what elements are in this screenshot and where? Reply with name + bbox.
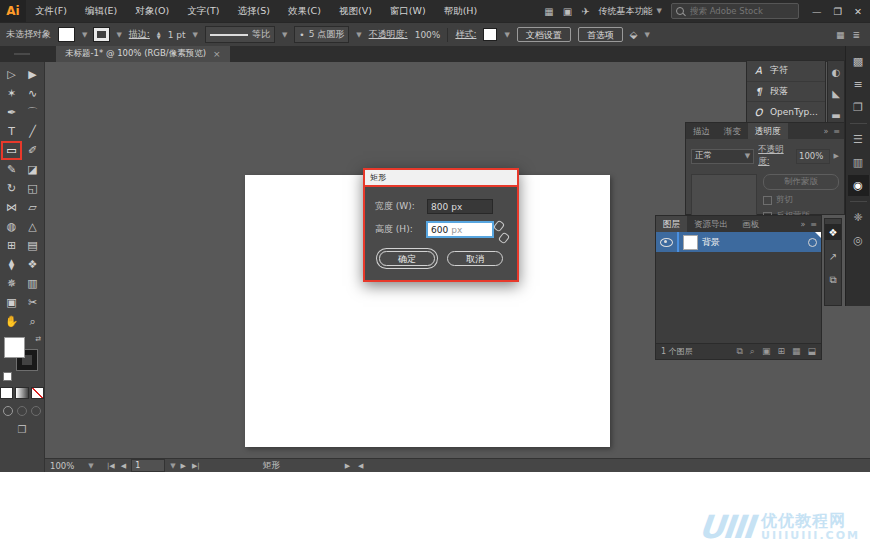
panel-menu-icon[interactable]: ≡ (810, 220, 817, 229)
hand-tool[interactable]: ✋ (1, 312, 22, 331)
document-tab[interactable]: 未标题-1* @ 100% (RGB/像素预览) × (56, 46, 230, 62)
dock-divider-2[interactable] (850, 201, 867, 202)
color-button[interactable] (0, 387, 13, 399)
scroll-right-icon[interactable]: ▶ (345, 462, 350, 470)
search-input[interactable] (688, 5, 794, 17)
scale-tool[interactable]: ◱ (22, 179, 43, 198)
brush-definition-dropdown[interactable]: • 5 点圆形 (294, 26, 349, 43)
arrange-documents-icon[interactable]: ▣ (563, 6, 572, 17)
grid-icon[interactable]: ▦ (836, 30, 845, 40)
width-input[interactable]: 800 px (427, 199, 493, 214)
chevron-down-icon[interactable]: ▼ (82, 31, 87, 39)
panel-tab[interactable]: 渐变 (717, 123, 748, 139)
make-mask-button[interactable]: 制作蒙版 (763, 174, 839, 190)
style-swatch[interactable] (483, 28, 497, 41)
none-button[interactable] (31, 387, 44, 399)
magic-wand-tool[interactable]: ✶ (1, 84, 22, 103)
ok-button[interactable]: 确定 (379, 251, 435, 266)
workspace-switcher[interactable]: 传统基本功能 ▼ (599, 5, 662, 18)
draw-inside-icon[interactable] (31, 406, 41, 416)
paragraph-panel-button[interactable]: ¶ 段落 (747, 82, 825, 103)
artboard-tool[interactable]: ▣ (1, 293, 22, 312)
paintbrush-tool[interactable]: ✐ (22, 141, 43, 160)
artboards-panel-icon[interactable]: ⧉ (825, 272, 841, 288)
visibility-eye-icon[interactable] (660, 238, 673, 247)
symbols-panel-icon[interactable]: ◉ (848, 175, 869, 196)
chevron-down-icon[interactable]: ▼ (116, 31, 121, 39)
rotate-tool[interactable]: ↻ (1, 179, 22, 198)
perspective-grid-tool[interactable]: △ (22, 217, 43, 236)
menu-item[interactable]: 窗口(W) (381, 0, 435, 22)
chevron-down-icon[interactable]: ▼ (170, 462, 175, 470)
panel-menu-icon[interactable]: ≡ (833, 127, 840, 136)
chevron-down-icon[interactable]: ▼ (504, 31, 509, 39)
shape-builder-tool[interactable]: ◍ (1, 217, 22, 236)
stroke-mini-icon[interactable]: ▬ (828, 109, 844, 122)
delete-layer-icon[interactable]: ⬓ (807, 346, 816, 357)
stroke-weight-stepper[interactable]: ▲▼ (157, 31, 161, 39)
swatches-panel-icon[interactable]: ▩ (848, 51, 869, 72)
asset-export-panel-icon[interactable]: ↗ (825, 248, 841, 264)
stroke-panel-icon[interactable]: ☰ (848, 129, 869, 150)
align-panel-icon[interactable]: ≡ (848, 74, 869, 95)
chevron-down-icon[interactable]: ▼ (193, 31, 198, 39)
last-artboard-icon[interactable]: ▶| (192, 462, 200, 470)
new-sublayer-icon[interactable]: ⊞ (777, 346, 785, 357)
fill-color-swatch[interactable] (58, 27, 75, 42)
expand-panel-icon[interactable]: » (800, 220, 805, 229)
menu-item[interactable]: 视图(V) (330, 0, 381, 22)
first-artboard-icon[interactable]: |◀ (107, 462, 115, 470)
layer-thumbnail[interactable] (683, 235, 698, 250)
width-tool[interactable]: ⋈ (1, 198, 22, 217)
panel-tab[interactable]: 图层 (656, 216, 687, 232)
layer-row[interactable]: 背景 (656, 232, 821, 252)
slice-tool[interactable]: ✂ (22, 293, 43, 312)
height-input[interactable]: 600 px (427, 222, 493, 237)
panel-tab[interactable]: 画板 (735, 216, 766, 232)
collect-for-export-icon[interactable]: ⧉ (736, 346, 742, 357)
close-tab-icon[interactable]: × (213, 49, 221, 59)
target-circle-icon[interactable] (808, 238, 817, 247)
scroll-left-icon[interactable]: ◀ (358, 462, 363, 470)
eraser-tool[interactable]: ◪ (22, 160, 43, 179)
lasso-tool[interactable]: ∿ (22, 84, 43, 103)
width-profile-dropdown[interactable]: 等比 (205, 26, 275, 43)
zoom-tool[interactable]: ⌕ (22, 312, 43, 331)
opacity-link[interactable]: 不透明度: (369, 28, 408, 41)
chevron-right-icon[interactable]: ▶ (834, 152, 839, 160)
menu-item[interactable]: 效果(C) (279, 0, 330, 22)
share-icon[interactable]: ✈ (581, 6, 589, 17)
pencil-tool[interactable]: ✎ (1, 160, 22, 179)
libraries-panel-icon[interactable]: ▥ (848, 152, 869, 173)
opacity-value[interactable]: 100% (415, 30, 441, 40)
cancel-button[interactable]: 取消 (447, 251, 503, 266)
opentype-panel-button[interactable]: O OpenTyp... (747, 102, 825, 122)
search-icon[interactable]: ⌕ (750, 346, 755, 357)
expand-panel-icon[interactable]: » (823, 127, 828, 136)
menu-item[interactable]: 文件(F) (26, 0, 76, 22)
previous-artboard-icon[interactable]: ◀ (121, 462, 126, 470)
color-guide-panel-icon[interactable]: ◎ (848, 230, 869, 251)
opacity-panel-label[interactable]: 不透明度: (758, 144, 792, 168)
draw-behind-icon[interactable] (17, 406, 27, 416)
fill-proxy-swatch[interactable] (4, 337, 25, 358)
column-graph-tool[interactable]: ▥ (22, 274, 43, 293)
default-colors-icon[interactable] (3, 372, 12, 381)
layers-panel-icon[interactable]: ❖ (825, 224, 841, 240)
chevron-down-icon[interactable]: ▼ (645, 31, 650, 39)
panel-tab[interactable]: 描边 (686, 123, 717, 139)
eyedropper-tool[interactable]: ⧫ (1, 255, 22, 274)
brushes-panel-icon[interactable]: ❈ (848, 207, 869, 228)
minimize-button[interactable]: — (812, 6, 822, 17)
menu-item[interactable]: 编辑(E) (76, 0, 126, 22)
panel-options-icon[interactable]: ≣ (852, 30, 860, 40)
next-artboard-icon[interactable]: ▶ (181, 462, 186, 470)
layer-name[interactable]: 背景 (702, 236, 720, 249)
mesh-tool[interactable]: ⊞ (1, 236, 22, 255)
chevron-down-icon[interactable]: ▼ (356, 31, 361, 39)
stock-search-box[interactable] (671, 3, 799, 19)
chevron-down-icon[interactable]: ▼ (282, 31, 287, 39)
draw-normal-icon[interactable] (3, 406, 13, 416)
checkbox-icon[interactable] (763, 196, 772, 205)
restore-button[interactable]: ❐ (834, 6, 843, 17)
